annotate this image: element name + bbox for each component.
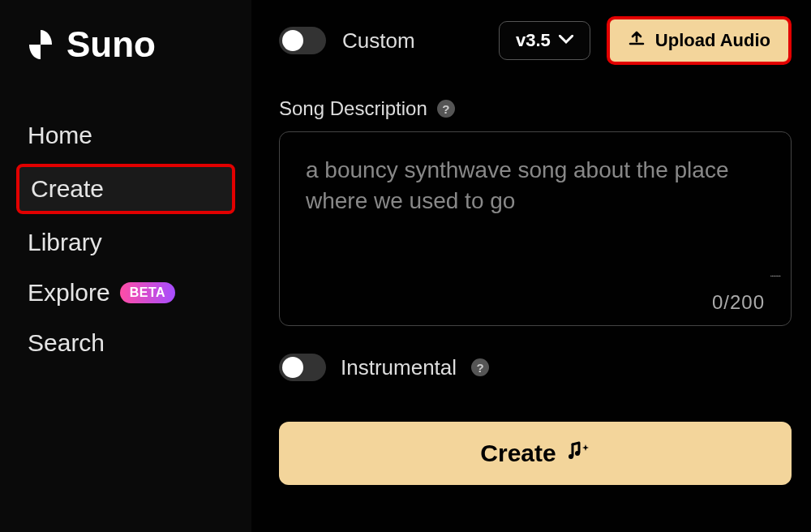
sidebar-item-explore[interactable]: Explore BETA <box>16 271 235 315</box>
custom-toggle-label: Custom <box>342 28 415 54</box>
sidebar-item-label: Create <box>31 175 104 203</box>
help-icon[interactable]: ? <box>437 100 455 118</box>
main-panel: Custom v3.5 Upload Audio Song Descriptio… <box>251 0 811 532</box>
char-counter: 0/200 <box>712 291 765 314</box>
custom-toggle[interactable] <box>279 27 326 54</box>
resize-handle-icon[interactable]: ⟋ <box>764 265 787 288</box>
top-row: Custom v3.5 Upload Audio <box>279 16 792 65</box>
sidebar-item-label: Explore <box>28 279 110 307</box>
upload-audio-button[interactable]: Upload Audio <box>607 16 792 65</box>
instrumental-label: Instrumental <box>341 355 457 380</box>
upload-label: Upload Audio <box>655 30 770 51</box>
song-description-box: ⟋ 0/200 <box>279 131 792 326</box>
beta-badge: BETA <box>120 282 175 303</box>
brand-logo[interactable]: Suno <box>16 24 235 65</box>
brand-name: Suno <box>67 24 156 65</box>
instrumental-row: Instrumental ? <box>279 354 792 381</box>
toggle-knob <box>282 30 303 51</box>
create-button[interactable]: Create <box>279 422 792 485</box>
sidebar-item-label: Library <box>28 229 102 256</box>
suno-logo-icon <box>24 28 57 61</box>
sidebar-item-create[interactable]: Create <box>16 164 235 214</box>
svg-point-1 <box>575 451 580 456</box>
upload-icon <box>628 29 646 52</box>
song-description-label: Song Description <box>279 97 427 120</box>
sidebar-item-label: Home <box>28 122 92 149</box>
sidebar-item-home[interactable]: Home <box>16 114 235 157</box>
chevron-down-icon <box>559 33 573 48</box>
instrumental-toggle[interactable] <box>279 354 326 381</box>
song-description-label-row: Song Description ? <box>279 97 792 120</box>
sidebar-nav: Home Create Library Explore BETA Search <box>16 114 235 365</box>
sidebar: Suno Home Create Library Explore BETA Se… <box>0 0 251 532</box>
music-sparkle-icon <box>568 441 590 466</box>
help-icon[interactable]: ? <box>471 358 489 376</box>
song-description-input[interactable] <box>306 155 765 291</box>
create-label: Create <box>480 440 556 467</box>
sidebar-item-library[interactable]: Library <box>16 221 235 264</box>
svg-point-0 <box>569 454 573 459</box>
version-label: v3.5 <box>516 30 551 51</box>
toggle-knob <box>282 357 303 378</box>
version-select[interactable]: v3.5 <box>499 21 590 60</box>
sidebar-item-search[interactable]: Search <box>16 321 235 365</box>
sidebar-item-label: Search <box>28 329 105 357</box>
